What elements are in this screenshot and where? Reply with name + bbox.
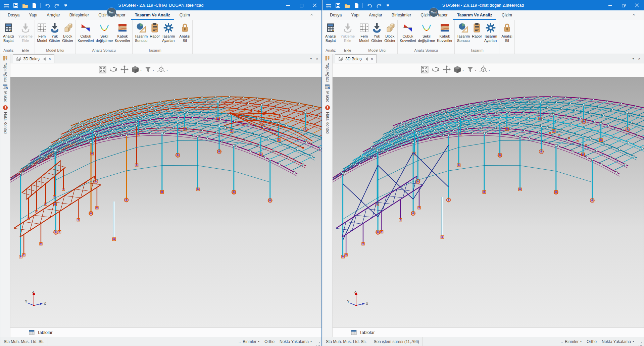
- tables-bar[interactable]: Tablolar: [10, 328, 321, 337]
- design-result-button[interactable]: TasarımSonucu: [134, 20, 149, 43]
- delete-analysis-button[interactable]: AnaliziSil: [178, 20, 191, 43]
- sidebar-item-macro[interactable]: Makro: [325, 84, 330, 102]
- fem-model-button[interactable]: FemModel: [36, 20, 48, 43]
- sidebar-item-macro[interactable]: Makro: [3, 84, 8, 102]
- show-load-button[interactable]: YükGöster: [48, 20, 61, 43]
- orbit-button[interactable]: [109, 66, 118, 74]
- save-icon[interactable]: [13, 3, 18, 8]
- resize-grip[interactable]: [316, 342, 320, 346]
- projection-dropdown-icon[interactable]: ▾: [489, 69, 490, 72]
- tab-3[interactable]: Birleşimler: [387, 10, 416, 20]
- redo-icon[interactable]: [54, 3, 60, 8]
- tab-2[interactable]: Araçlar: [364, 10, 387, 20]
- member-forces-button[interactable]: ÇubukKuvvetleri: [77, 20, 95, 43]
- tab-1[interactable]: Yapı: [346, 10, 364, 20]
- maximize-button[interactable]: [617, 0, 630, 10]
- design-result-button[interactable]: TasarımSonucu: [456, 20, 471, 43]
- pin-icon[interactable]: [42, 57, 46, 61]
- tab-6[interactable]: Çizim: [497, 10, 517, 20]
- show-load-button[interactable]: YükGöster: [370, 20, 383, 43]
- tab-close-icon[interactable]: ×: [49, 57, 51, 61]
- filter-dropdown-icon[interactable]: ▾: [153, 69, 154, 72]
- snap-dropdown[interactable]: Nokta Yakalama▾: [280, 339, 312, 344]
- close-button[interactable]: [630, 0, 644, 10]
- undo-icon[interactable]: [44, 3, 50, 8]
- tab-6[interactable]: Çizim: [175, 10, 195, 20]
- maximize-button[interactable]: [295, 0, 308, 10]
- tab-bar-close-icon[interactable]: ×: [316, 57, 318, 61]
- report-button[interactable]: Rapor: [149, 20, 161, 39]
- filter-button[interactable]: ▾: [466, 66, 476, 74]
- collapse-ribbon-button[interactable]: ^: [310, 13, 313, 17]
- deformation-button[interactable]: Şekildeğiştirme: [417, 20, 436, 43]
- view-cube-dropdown-icon[interactable]: ▾: [140, 69, 142, 72]
- minimize-button[interactable]: [281, 0, 295, 10]
- show-block-button[interactable]: BlockGöster: [383, 20, 396, 43]
- design-settings-button[interactable]: TasarımAyarları: [161, 20, 176, 43]
- tab-list-dropdown-icon[interactable]: ▾: [310, 56, 312, 61]
- viewport-3d[interactable]: ▾▾▾ZYX: [10, 63, 321, 328]
- filter-dropdown-icon[interactable]: ▾: [475, 69, 476, 72]
- zoom-extents-button[interactable]: [99, 66, 106, 75]
- shell-forces-button[interactable]: KabukKuvvetler: [436, 20, 453, 43]
- pan-button[interactable]: [120, 65, 129, 75]
- quick-access-dropdown-icon[interactable]: [386, 3, 390, 7]
- projection-button[interactable]: ▾: [479, 65, 490, 75]
- pan-button[interactable]: [443, 65, 451, 75]
- report-button[interactable]: Rapor: [471, 20, 483, 39]
- open-icon[interactable]: [22, 3, 28, 8]
- structural-model-left[interactable]: [10, 63, 321, 328]
- tab-bar-close-icon[interactable]: ×: [638, 57, 640, 61]
- sidebar-item-error-check[interactable]: Hata Kontrol: [325, 105, 330, 134]
- shell-forces-button[interactable]: KabukKuvvetler: [114, 20, 131, 43]
- show-block-button[interactable]: BlockGöster: [61, 20, 74, 43]
- quick-access-dropdown-icon[interactable]: [64, 3, 68, 7]
- delete-analysis-button[interactable]: AnaliziSil: [500, 20, 513, 43]
- snap-dropdown[interactable]: Nokta Yakalama▾: [602, 339, 634, 344]
- tab-0[interactable]: Dosya: [325, 10, 346, 20]
- filter-button[interactable]: ▾: [144, 66, 154, 74]
- units-dropdown[interactable]: ..Birimler▾: [561, 339, 582, 344]
- new-document-icon[interactable]: [32, 3, 37, 8]
- sidebar-item-structure-tree[interactable]: Yapı Ağacı: [3, 56, 8, 82]
- deformation-button[interactable]: Şekildeğiştirme: [95, 20, 114, 43]
- run-analysis-button[interactable]: AnaliziBaşlat: [2, 20, 15, 43]
- resize-grip[interactable]: [639, 342, 642, 346]
- new-document-icon[interactable]: [354, 3, 359, 8]
- view-cube-button[interactable]: ▾: [453, 65, 464, 75]
- save-icon[interactable]: [335, 3, 341, 8]
- viewport-3d[interactable]: ▾▾▾ZYX: [333, 63, 644, 328]
- tab-close-icon[interactable]: ×: [371, 57, 373, 61]
- app-icon[interactable]: [4, 3, 9, 8]
- collapse-ribbon-button[interactable]: ^: [633, 13, 635, 17]
- member-forces-button[interactable]: ÇubukKuvvetleri: [399, 20, 417, 43]
- tab-5[interactable]: Tasarım Ve Analiz: [130, 10, 175, 20]
- tab-2[interactable]: Araçlar: [42, 10, 65, 20]
- redo-icon[interactable]: [376, 3, 382, 8]
- tables-bar[interactable]: Tablolar: [333, 328, 644, 337]
- close-button[interactable]: [308, 0, 321, 10]
- ortho-toggle[interactable]: Ortho: [587, 339, 597, 344]
- view-cube-button[interactable]: ▾: [131, 65, 142, 75]
- view-cube-dropdown-icon[interactable]: ▾: [462, 69, 464, 72]
- ortho-toggle[interactable]: Ortho: [264, 339, 275, 344]
- open-icon[interactable]: [344, 3, 350, 8]
- projection-button[interactable]: ▾: [157, 65, 168, 75]
- pin-icon[interactable]: [364, 57, 368, 61]
- tab-5[interactable]: Tasarım Ve Analiz: [452, 10, 497, 20]
- sidebar-item-error-check[interactable]: Hata Kontrol: [3, 105, 8, 134]
- sidebar-item-structure-tree[interactable]: Yapı Ağacı: [325, 56, 330, 82]
- minimize-button[interactable]: [603, 0, 617, 10]
- projection-dropdown-icon[interactable]: ▾: [166, 69, 168, 72]
- tab-3d-view[interactable]: 3D Bakış×: [13, 54, 54, 63]
- tab-0[interactable]: Dosya: [3, 10, 24, 20]
- structural-model-right[interactable]: [333, 63, 644, 328]
- run-analysis-button[interactable]: AnaliziBaşlat: [324, 20, 337, 43]
- design-settings-button[interactable]: TasarımAyarları: [483, 20, 498, 43]
- fem-model-button[interactable]: FemModel: [358, 20, 370, 43]
- tab-1[interactable]: Yapı: [24, 10, 42, 20]
- zoom-extents-button[interactable]: [421, 66, 429, 75]
- tab-list-dropdown-icon[interactable]: ▾: [632, 56, 634, 61]
- orbit-button[interactable]: [431, 66, 440, 74]
- app-icon[interactable]: [326, 3, 332, 8]
